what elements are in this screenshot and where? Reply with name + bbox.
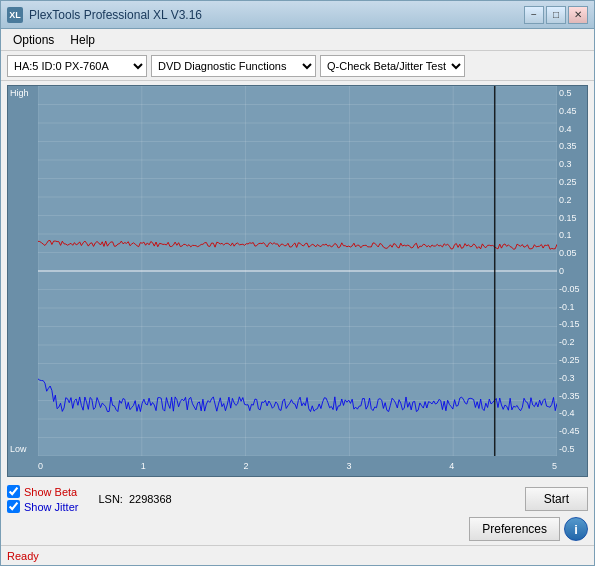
app-icon: XL [7, 7, 23, 23]
y-low-label: Low [10, 444, 27, 454]
show-jitter-label: Show Jitter [24, 501, 78, 513]
show-beta-checkbox[interactable] [7, 485, 20, 498]
x-label-0: 0 [38, 461, 43, 471]
show-beta-label: Show Beta [24, 486, 77, 498]
bottom-bar: Show Beta Show Jitter LSN: 2298368 Start… [1, 481, 594, 545]
info-button[interactable]: i [564, 517, 588, 541]
beta-row: Show Beta [7, 485, 78, 498]
title-bar: XL PlexTools Professional XL V3.16 − □ ✕ [1, 1, 594, 29]
title-bar-left: XL PlexTools Professional XL V3.16 [7, 7, 202, 23]
x-label-1: 1 [141, 461, 146, 471]
drive-select[interactable]: HA:5 ID:0 PX-760A [7, 55, 147, 77]
x-axis: 0 1 2 3 4 5 [38, 456, 557, 476]
chart-svg [38, 86, 557, 456]
x-label-5: 5 [552, 461, 557, 471]
x-label-3: 3 [346, 461, 351, 471]
chart-canvas [38, 86, 557, 456]
y-axis-right: 0.5 0.45 0.4 0.35 0.3 0.25 0.2 0.15 0.1 … [557, 86, 587, 456]
x-label-2: 2 [244, 461, 249, 471]
chart-area: High Low 0.5 0.45 0.4 0.35 0.3 0.25 0.2 … [7, 85, 588, 477]
start-button[interactable]: Start [525, 487, 588, 511]
bottom-controls: Show Beta Show Jitter LSN: 2298368 Start [7, 485, 588, 513]
lsn-value: 2298368 [129, 493, 172, 505]
function-select[interactable]: DVD Diagnostic Functions [151, 55, 316, 77]
jitter-row: Show Jitter [7, 500, 78, 513]
lsn-label: LSN: [98, 493, 122, 505]
maximize-button[interactable]: □ [546, 6, 566, 24]
lsn-area: LSN: 2298368 [98, 493, 171, 505]
title-buttons: − □ ✕ [524, 6, 588, 24]
test-select[interactable]: Q-Check Beta/Jitter Test [320, 55, 465, 77]
menu-bar: Options Help [1, 29, 594, 51]
x-label-4: 4 [449, 461, 454, 471]
status-bar: Ready [1, 545, 594, 565]
menu-options[interactable]: Options [5, 31, 62, 49]
show-jitter-checkbox[interactable] [7, 500, 20, 513]
pref-row: Preferences i [7, 517, 588, 541]
status-text: Ready [7, 550, 39, 562]
y-high-label: High [10, 88, 29, 98]
main-window: XL PlexTools Professional XL V3.16 − □ ✕… [0, 0, 595, 566]
menu-help[interactable]: Help [62, 31, 103, 49]
window-title: PlexTools Professional XL V3.16 [29, 8, 202, 22]
preferences-button[interactable]: Preferences [469, 517, 560, 541]
close-button[interactable]: ✕ [568, 6, 588, 24]
checkboxes: Show Beta Show Jitter [7, 485, 78, 513]
minimize-button[interactable]: − [524, 6, 544, 24]
toolbar: HA:5 ID:0 PX-760A DVD Diagnostic Functio… [1, 51, 594, 81]
